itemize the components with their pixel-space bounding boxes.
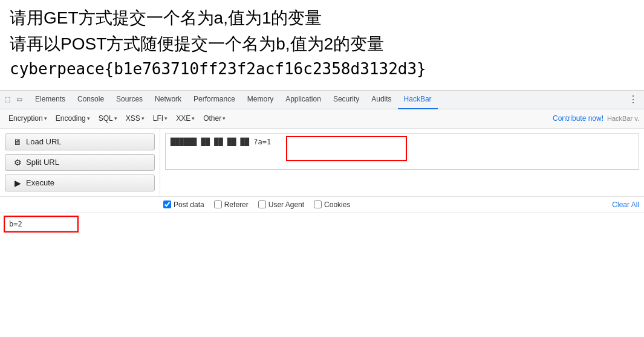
menu-lfi-arrow: ▾ (164, 115, 168, 121)
postdata-area (0, 213, 644, 235)
menu-other[interactable]: Other ▾ (200, 113, 229, 124)
menu-encryption[interactable]: Encryption ▾ (5, 113, 51, 124)
hackbar-checkboxes: Post data Referer User Agent Cookies Cle… (0, 197, 644, 213)
instruction-line1: 请用GET方式提交一个名为a,值为1的变量 (10, 6, 634, 30)
menu-xxe-arrow: ▾ (192, 115, 195, 121)
devtools-tabs-bar: ⬚ ▭ Elements Console Sources Network Per… (0, 90, 644, 109)
referer-checkbox-label[interactable]: Referer (214, 201, 249, 209)
menu-xxe-label: XXE (176, 114, 190, 123)
menu-xss-arrow: ▾ (141, 115, 145, 121)
split-url-icon: ⚙ (13, 158, 22, 167)
contribute-link[interactable]: Contribute now! (553, 114, 603, 123)
hackbar-url-area: ██████ ██ ██ ██ ██ ?a=1 (160, 129, 644, 196)
devtools-icons: ⬚ ▭ (2, 95, 24, 104)
menu-xxe[interactable]: XXE ▾ (172, 113, 198, 124)
url-input[interactable]: ██████ ██ ██ ██ ██ ?a=1 (165, 133, 639, 170)
menu-encoding[interactable]: Encoding ▾ (52, 113, 94, 124)
inspect-icon[interactable]: ⬚ (2, 95, 12, 104)
menu-other-label: Other (203, 114, 221, 123)
tab-console[interactable]: Console (71, 90, 110, 109)
menu-encoding-label: Encoding (56, 114, 86, 123)
menu-xss[interactable]: XSS ▾ (122, 113, 148, 124)
page-content: 请用GET方式提交一个名为a,值为1的变量 请再以POST方式随便提交一个名为b… (0, 0, 644, 90)
useragent-checkbox[interactable] (258, 201, 266, 208)
load-url-label: Load URL (26, 137, 62, 146)
menu-encoding-arrow: ▾ (87, 115, 90, 121)
useragent-label: User Agent (268, 201, 304, 209)
referer-checkbox[interactable] (214, 201, 222, 208)
execute-button[interactable]: ▶ Execute (5, 175, 155, 191)
menu-xss-label: XSS (126, 114, 140, 123)
load-url-button[interactable]: 🖥 Load URL (5, 133, 155, 150)
hackbar-toolbar: Encryption ▾ Encoding ▾ SQL ▾ XSS ▾ LFI … (0, 109, 644, 129)
postdata-input-wrapper (5, 217, 77, 231)
tab-application[interactable]: Application (279, 90, 327, 109)
tab-sources[interactable]: Sources (110, 90, 149, 109)
tab-audits[interactable]: Audits (365, 90, 397, 109)
postdata-checkbox[interactable] (163, 201, 171, 208)
menu-sql-arrow: ▾ (114, 115, 117, 121)
flag-text: cyberpeace{b1e763710ff23f2acf16c2358d313… (10, 58, 634, 80)
load-url-icon: 🖥 (13, 137, 22, 147)
menu-encryption-arrow: ▾ (44, 115, 47, 121)
tab-hackbar[interactable]: HackBar (398, 90, 438, 109)
menu-sql-label: SQL (99, 114, 113, 123)
hackbar-buttons-panel: 🖥 Load URL ⚙ Split URL ▶ Execute (0, 129, 160, 196)
tab-memory[interactable]: Memory (241, 90, 279, 109)
cookies-label: Cookies (324, 201, 350, 209)
hackbar-main: 🖥 Load URL ⚙ Split URL ▶ Execute ██████ … (0, 129, 644, 197)
referer-label: Referer (224, 201, 249, 209)
execute-label: Execute (26, 178, 54, 187)
more-options-icon[interactable]: ⋮ (625, 94, 642, 105)
tab-elements[interactable]: Elements (29, 90, 71, 109)
hackbar-version: HackBar v. (607, 115, 639, 122)
tab-security[interactable]: Security (327, 90, 365, 109)
tab-performance[interactable]: Performance (187, 90, 241, 109)
clear-all-button[interactable]: Clear All (612, 201, 639, 209)
postdata-label: Post data (174, 201, 204, 209)
useragent-checkbox-label[interactable]: User Agent (258, 201, 304, 209)
split-url-button[interactable]: ⚙ Split URL (5, 154, 155, 171)
tab-network[interactable]: Network (149, 90, 187, 109)
execute-icon: ▶ (13, 178, 22, 188)
postdata-checkbox-label[interactable]: Post data (163, 201, 204, 209)
instruction-line2: 请再以POST方式随便提交一个名为b,值为2的变量 (10, 32, 634, 56)
device-icon[interactable]: ▭ (15, 95, 24, 104)
url-input-wrapper: ██████ ██ ██ ██ ██ ?a=1 (165, 133, 639, 191)
postdata-input[interactable] (5, 217, 77, 231)
menu-lfi[interactable]: LFI ▾ (149, 113, 171, 124)
menu-lfi-label: LFI (153, 114, 163, 123)
split-url-label: Split URL (26, 158, 59, 167)
cookies-checkbox-label[interactable]: Cookies (314, 201, 350, 209)
menu-other-arrow: ▾ (223, 115, 226, 121)
menu-encryption-label: Encryption (8, 114, 43, 123)
cookies-checkbox[interactable] (314, 201, 322, 208)
menu-sql[interactable]: SQL ▾ (95, 113, 121, 124)
